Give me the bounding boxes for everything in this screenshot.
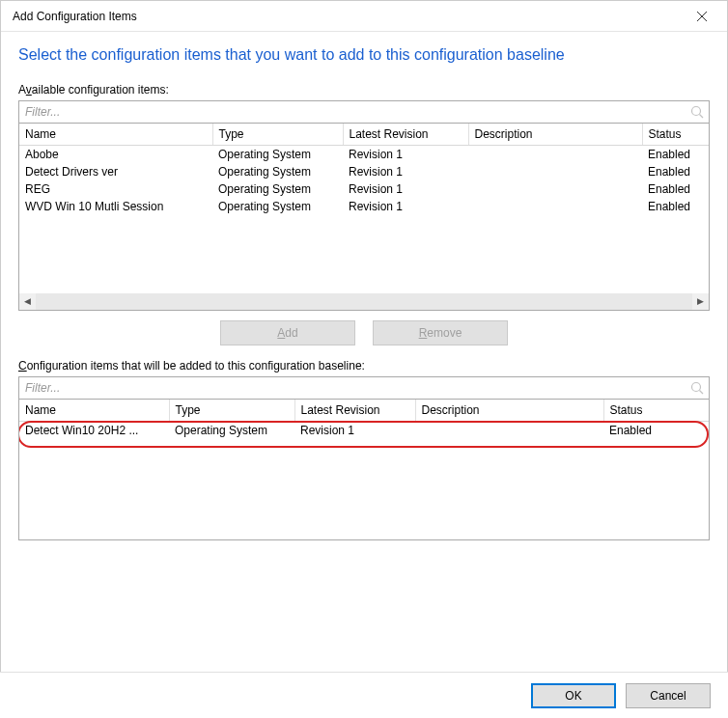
scroll-left-icon[interactable]: ◀ bbox=[19, 293, 36, 310]
col-name[interactable]: Name bbox=[19, 400, 169, 422]
col-name[interactable]: Name bbox=[19, 124, 212, 146]
window-title: Add Configuration Items bbox=[13, 10, 137, 23]
available-table-container: Name Type Latest Revision Description St… bbox=[18, 124, 710, 311]
close-icon bbox=[696, 11, 708, 22]
svg-point-0 bbox=[692, 106, 701, 115]
add-button[interactable]: Add bbox=[220, 320, 355, 345]
col-status[interactable]: Status bbox=[642, 124, 709, 146]
available-filter-wrap bbox=[18, 100, 710, 124]
table-row[interactable]: Detect Win10 20H2 ...Operating SystemRev… bbox=[19, 422, 709, 439]
dialog-footer: OK Cancel bbox=[0, 672, 728, 718]
added-table[interactable]: Name Type Latest Revision Description St… bbox=[19, 400, 709, 422]
svg-point-1 bbox=[692, 382, 701, 391]
table-row[interactable]: AbobeOperating SystemRevision 1Enabled bbox=[19, 146, 709, 163]
close-button[interactable] bbox=[683, 3, 721, 30]
remove-button[interactable]: Remove bbox=[373, 320, 508, 345]
col-type[interactable]: Type bbox=[169, 400, 294, 422]
table-row[interactable]: WVD Win 10 Mutli SessionOperating System… bbox=[19, 198, 709, 215]
col-latest[interactable]: Latest Revision bbox=[343, 124, 468, 146]
col-type[interactable]: Type bbox=[212, 124, 343, 146]
available-table[interactable]: Name Type Latest Revision Description St… bbox=[19, 124, 709, 146]
dialog-content: Select the configuration items that you … bbox=[1, 32, 727, 550]
scroll-right-icon[interactable]: ▶ bbox=[692, 293, 709, 310]
added-filter-input[interactable] bbox=[19, 377, 709, 399]
search-icon[interactable] bbox=[689, 380, 705, 396]
col-description[interactable]: Description bbox=[415, 400, 603, 422]
col-status[interactable]: Status bbox=[603, 400, 709, 422]
available-filter-input[interactable] bbox=[19, 101, 709, 123]
table-row[interactable]: Detect Drivers verOperating SystemRevisi… bbox=[19, 163, 709, 180]
search-icon[interactable] bbox=[689, 104, 705, 120]
titlebar: Add Configuration Items bbox=[1, 1, 727, 32]
added-table-container: Name Type Latest Revision Description St… bbox=[18, 400, 710, 540]
ok-button[interactable]: OK bbox=[531, 683, 616, 708]
scroll-track[interactable] bbox=[36, 293, 692, 310]
col-description[interactable]: Description bbox=[468, 124, 642, 146]
available-table-body[interactable]: AbobeOperating SystemRevision 1Enabled D… bbox=[19, 146, 709, 310]
available-label: Available configuration items: bbox=[18, 83, 710, 97]
added-filter-wrap bbox=[18, 376, 710, 400]
hscrollbar[interactable]: ◀ ▶ bbox=[19, 293, 709, 310]
middle-button-row: Add Remove bbox=[18, 311, 710, 359]
added-label: Configuration items that will be added t… bbox=[18, 359, 710, 373]
added-table-body[interactable]: Detect Win10 20H2 ...Operating SystemRev… bbox=[19, 422, 709, 539]
table-row[interactable]: REGOperating SystemRevision 1Enabled bbox=[19, 180, 709, 198]
headline: Select the configuration items that you … bbox=[18, 45, 710, 66]
col-latest[interactable]: Latest Revision bbox=[294, 400, 415, 422]
cancel-button[interactable]: Cancel bbox=[626, 683, 711, 708]
